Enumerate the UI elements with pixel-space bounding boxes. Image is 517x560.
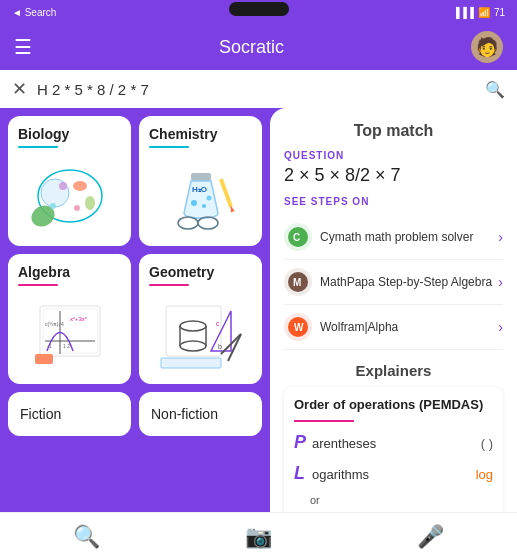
question-text: 2 × 5 × 8/2 × 7 xyxy=(284,165,503,186)
mathpapa-name: MathPapa Step-by-Step Algebra xyxy=(320,275,498,289)
geometry-title: Geometry xyxy=(149,264,252,280)
svg-rect-8 xyxy=(191,173,211,181)
explainers-title: Explainers xyxy=(284,362,503,379)
top-match-section: Top match QUESTION 2 × 5 × 8/2 × 7 SEE S… xyxy=(284,122,503,350)
svg-text:1 2: 1 2 xyxy=(63,343,70,349)
chemistry-title: Chemistry xyxy=(149,126,252,142)
mathpapa-solver[interactable]: M MathPapa Step-by-Step Algebra › xyxy=(284,260,503,305)
status-icons: ▐▐▐ 📶 71 xyxy=(453,7,505,18)
battery-level: 71 xyxy=(494,7,505,18)
geometry-card[interactable]: Geometry c b xyxy=(139,254,262,384)
logarithms-row: L ogarithms log xyxy=(294,463,493,484)
pemdas-title: Order of operations (PEMDAS) xyxy=(294,397,493,412)
nav-camera-button[interactable]: 📷 xyxy=(228,517,288,557)
navbar: ☰ Socratic 🧑 xyxy=(0,24,517,70)
app-title: Socratic xyxy=(219,37,284,58)
avatar[interactable]: 🧑 xyxy=(471,31,503,63)
cymath-name: Cymath math problem solver xyxy=(320,230,498,244)
p-word: arentheses xyxy=(312,436,477,451)
navbar-left: ☰ xyxy=(14,35,32,59)
l-word: ogarithms xyxy=(312,467,472,482)
chemistry-svg: H₂O xyxy=(156,158,246,233)
algebra-svg: -1 1 2 x²+3x² c(½π)↑4 xyxy=(25,296,115,371)
svg-text:M: M xyxy=(293,277,301,288)
biology-card[interactable]: Biology xyxy=(8,116,131,246)
pemdas-divider xyxy=(294,420,354,422)
or-row: or xyxy=(294,494,493,506)
search-icon[interactable]: 🔍 xyxy=(485,80,505,99)
svg-point-14 xyxy=(198,217,218,229)
algebra-title: Algebra xyxy=(18,264,121,280)
biology-illustration xyxy=(18,154,121,236)
fiction-title: Fiction xyxy=(20,406,61,422)
fiction-card[interactable]: Fiction xyxy=(8,392,131,436)
cymath-icon: C xyxy=(284,223,312,251)
svg-point-3 xyxy=(85,196,95,210)
svg-point-2 xyxy=(73,181,87,191)
biology-underline xyxy=(18,146,58,148)
camera-pill xyxy=(229,2,289,16)
svg-text:x²+3x²: x²+3x² xyxy=(70,316,87,322)
search-bar: ✕ H 2 * 5 * 8 / 2 * 7 🔍 xyxy=(0,70,517,108)
wolfram-name: Wolfram|Alpha xyxy=(320,320,498,334)
p-letter: P xyxy=(294,432,310,453)
svg-text:H₂O: H₂O xyxy=(192,185,207,194)
hamburger-icon[interactable]: ☰ xyxy=(14,35,32,59)
left-panel: Biology xyxy=(0,108,270,560)
wolfram-solver[interactable]: W Wolfram|Alpha › xyxy=(284,305,503,350)
l-value: log xyxy=(476,467,493,482)
nav-search-button[interactable]: 🔍 xyxy=(56,517,116,557)
nav-mic-button[interactable]: 🎤 xyxy=(401,517,461,557)
close-icon[interactable]: ✕ xyxy=(12,78,27,100)
nav-mic-icon: 🎤 xyxy=(417,524,444,550)
svg-point-7 xyxy=(50,203,56,209)
nonfiction-card[interactable]: Non-fiction xyxy=(139,392,262,436)
mathpapa-icon: M xyxy=(284,268,312,296)
algebra-illustration: -1 1 2 x²+3x² c(½π)↑4 xyxy=(18,292,121,374)
wolfram-chevron: › xyxy=(498,319,503,335)
svg-text:c(½π)↑4: c(½π)↑4 xyxy=(45,321,64,327)
see-steps-label: SEE STEPS ON xyxy=(284,196,503,207)
or-text: or xyxy=(310,494,320,506)
svg-text:-1: -1 xyxy=(47,343,52,349)
nonfiction-title: Non-fiction xyxy=(151,406,218,422)
wolfram-icon: W xyxy=(284,313,312,341)
svg-point-10 xyxy=(191,200,197,206)
geometry-illustration: c b xyxy=(149,292,252,374)
nav-camera-icon: 📷 xyxy=(245,524,272,550)
bottom-cards: Fiction Non-fiction xyxy=(8,392,262,436)
cymath-chevron: › xyxy=(498,229,503,245)
svg-rect-37 xyxy=(161,358,221,368)
top-match-header: Top match xyxy=(284,122,503,140)
wifi-icon: ▐▐▐ xyxy=(453,7,474,18)
mathpapa-chevron: › xyxy=(498,274,503,290)
chemistry-card[interactable]: Chemistry H₂O xyxy=(139,116,262,246)
cymath-solver[interactable]: C Cymath math problem solver › xyxy=(284,215,503,260)
l-letter: L xyxy=(294,463,310,484)
status-search: ◄ Search xyxy=(12,7,56,18)
p-value: ( ) xyxy=(481,436,493,451)
search-query[interactable]: H 2 * 5 * 8 / 2 * 7 xyxy=(37,81,485,98)
bottom-nav: 🔍 📷 🎤 xyxy=(0,512,517,560)
svg-point-13 xyxy=(178,217,198,229)
chemistry-underline xyxy=(149,146,189,148)
algebra-underline xyxy=(18,284,58,286)
svg-point-5 xyxy=(59,182,67,190)
svg-rect-16 xyxy=(218,178,232,208)
svg-rect-26 xyxy=(35,354,53,364)
wifi-signal-icon: 📶 xyxy=(478,7,490,18)
geometry-svg: c b xyxy=(156,296,246,371)
chemistry-illustration: H₂O xyxy=(149,154,252,236)
svg-text:W: W xyxy=(294,322,304,333)
svg-point-6 xyxy=(74,205,80,211)
nav-search-icon: 🔍 xyxy=(73,524,100,550)
parentheses-row: P arentheses ( ) xyxy=(294,432,493,453)
svg-point-12 xyxy=(206,195,211,200)
algebra-card[interactable]: Algebra -1 1 2 xyxy=(8,254,131,384)
svg-text:c: c xyxy=(216,320,220,327)
svg-point-11 xyxy=(202,204,206,208)
svg-text:C: C xyxy=(293,232,300,243)
geometry-underline xyxy=(149,284,189,286)
question-label: QUESTION xyxy=(284,150,503,161)
svg-line-36 xyxy=(228,334,241,361)
